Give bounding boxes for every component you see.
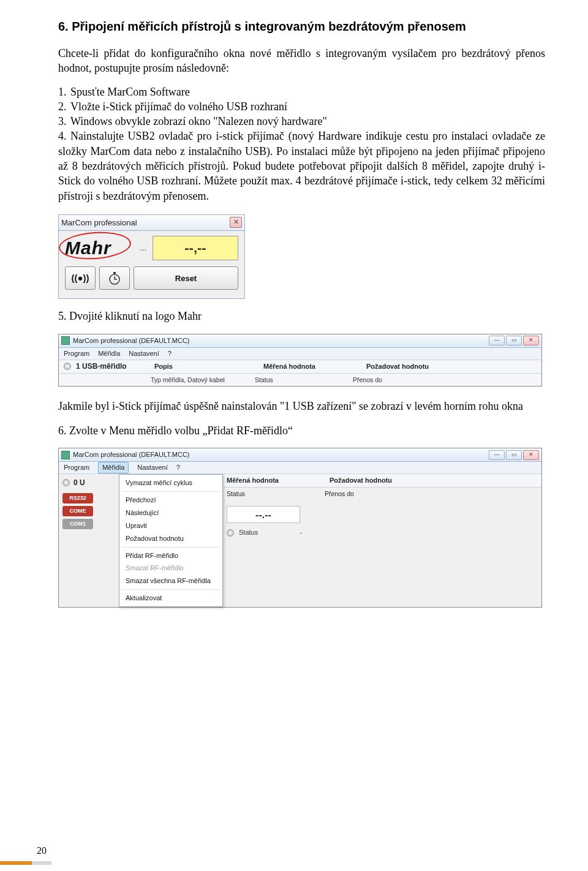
menu-item-vymazat[interactable]: Vymazat měřicí cyklus: [119, 477, 222, 489]
device-count-label: 1 USB-měřidlo: [76, 361, 149, 371]
minimize-icon[interactable]: —: [489, 450, 505, 460]
red-circle-annotation: [58, 230, 132, 262]
step-1: Spusťte MarCom Software: [70, 86, 190, 98]
close-icon[interactable]: ✕: [523, 336, 539, 345]
menu-program[interactable]: Program: [64, 349, 89, 358]
section-heading: 6. Připojení měřicích přístrojů s integr…: [58, 18, 545, 35]
menu-item-upravit[interactable]: Upravit: [119, 519, 222, 532]
menu-bar: Program Měřidla Nastavení ?: [59, 462, 541, 474]
table-header: Měřená hodnota Požadovat hodnotu: [223, 474, 541, 488]
paragraph-2: Jakmile byl i-Stick přijímač úspěšně nai…: [58, 399, 545, 413]
close-icon[interactable]: ✕: [230, 217, 242, 228]
maximize-icon[interactable]: ▭: [506, 336, 522, 345]
page-number: 20: [37, 844, 47, 858]
screenshot-marcom-tile: MarCom professional ✕ Mahr ... --,-- ((●…: [58, 214, 245, 300]
menu-item-pridat-rf[interactable]: Přidat RF-měřidlo: [119, 549, 222, 562]
device-count-label: 0 U: [74, 478, 85, 488]
step-4: Nainstalujte USB2 ovladač pro i-stick př…: [58, 130, 545, 202]
minimize-icon[interactable]: —: [489, 336, 505, 345]
col-typ: Typ měřidla, Datový kabel: [151, 375, 255, 384]
app-icon: [61, 451, 70, 459]
col-popis: Popis: [154, 362, 258, 371]
window-title: MarCom professional (DEFAULT.MCC): [73, 336, 190, 345]
window-titlebar: MarCom professional ✕: [58, 214, 245, 230]
value-display: --.--: [227, 506, 300, 523]
table-subheader: Status Přenos do: [223, 488, 541, 500]
status-lamp-icon: [64, 363, 71, 370]
timer-button[interactable]: [99, 266, 130, 290]
maximize-icon[interactable]: ▭: [506, 450, 522, 460]
menu-item-nasledujici[interactable]: Následující: [119, 507, 222, 519]
menu-item-pozadovat[interactable]: Požadovat hodnotu: [119, 532, 222, 545]
screenshot-marcom-window-1: MarCom professional (DEFAULT.MCC) — ▭ ✕ …: [58, 334, 542, 386]
menu-bar: Program Měřidla Nastavení ?: [59, 348, 541, 360]
step-3: Windows obvykle zobrazí okno "Nalezen no…: [70, 115, 327, 127]
menu-item-smazat-rf: Smazat RF-měřidlo: [119, 562, 222, 575]
reset-button[interactable]: Reset: [134, 266, 238, 290]
col-merena: Měřená hodnota: [227, 476, 325, 485]
screenshot-marcom-window-2: MarCom professional (DEFAULT.MCC) — ▭ ✕ …: [58, 448, 542, 608]
col-pozadovat: Požadovat hodnotu: [366, 362, 537, 371]
status-line: Status -: [227, 528, 538, 537]
menu-item-aktualizovat[interactable]: Aktualizovat: [119, 592, 222, 605]
status-label: Status: [239, 528, 258, 537]
meridla-dropdown-menu: Vymazat měřicí cyklus Předchozí Následuj…: [119, 474, 223, 607]
badge-come[interactable]: COME: [62, 506, 93, 516]
menu-help[interactable]: ?: [176, 463, 180, 472]
status-value: -: [300, 528, 302, 537]
menu-item-predchozi[interactable]: Předchozí: [119, 494, 222, 507]
window-titlebar: MarCom professional (DEFAULT.MCC) — ▭ ✕: [59, 448, 541, 462]
menu-nastaveni[interactable]: Nastavení: [129, 349, 159, 358]
window-titlebar: MarCom professional (DEFAULT.MCC) — ▭ ✕: [59, 334, 541, 348]
menu-nastaveni[interactable]: Nastavení: [137, 463, 168, 472]
col-prenos: Přenos do: [353, 375, 537, 384]
badge-rs232[interactable]: RS232: [62, 493, 93, 503]
col-status: Status: [255, 375, 353, 384]
menu-item-smazat-vse-rf[interactable]: Smazat všechna RF-měřidla: [119, 575, 222, 587]
menu-meridla[interactable]: Měřidla: [98, 349, 120, 358]
mahr-logo[interactable]: Mahr: [65, 236, 135, 261]
menu-program[interactable]: Program: [64, 463, 89, 472]
step-2: Vložte i-Stick přijímač do volného USB r…: [70, 100, 287, 113]
status-lamp-icon: [227, 529, 234, 537]
col-merena: Měřená hodnota: [263, 362, 361, 371]
menu-help[interactable]: ?: [168, 349, 172, 358]
col-status: Status: [227, 489, 300, 498]
col-pozadovat: Požadovat hodnotu: [330, 476, 392, 485]
window-title: MarCom professional (DEFAULT.MCC): [73, 450, 190, 459]
close-icon[interactable]: ✕: [523, 450, 539, 460]
steps-block: 1.Spusťte MarCom Software 2.Vložte i-Sti…: [58, 85, 545, 203]
table-header: 1 USB-měřidlo Popis Měřená hodnota Požad…: [59, 360, 541, 374]
step-6: 6. Zvolte v Menu měřidlo volbu „Přidat R…: [58, 423, 545, 438]
intro-paragraph: Chcete-li přidat do konfiguračního okna …: [58, 46, 545, 76]
window-title: MarCom professional: [61, 217, 137, 228]
footer-accent-bar: [0, 861, 32, 865]
table-subheader: Typ měřidla, Datový kabel Status Přenos …: [59, 374, 541, 386]
col-prenos: Přenos do: [325, 489, 354, 498]
status-lamp-icon: [62, 479, 70, 486]
svg-rect-3: [113, 272, 116, 274]
footer-accent-bar-grey: [32, 861, 51, 865]
menu-meridla[interactable]: Měřidla: [98, 462, 129, 473]
step-5: 5. Dvojité kliknutí na logo Mahr: [58, 309, 545, 323]
badge-com1[interactable]: COM1: [62, 519, 93, 529]
stopwatch-icon: [107, 271, 122, 285]
wireless-button[interactable]: ((●)): [65, 266, 96, 290]
ellipsis-button[interactable]: ...: [140, 243, 146, 254]
value-display: --,--: [153, 236, 238, 260]
app-icon: [61, 336, 70, 345]
